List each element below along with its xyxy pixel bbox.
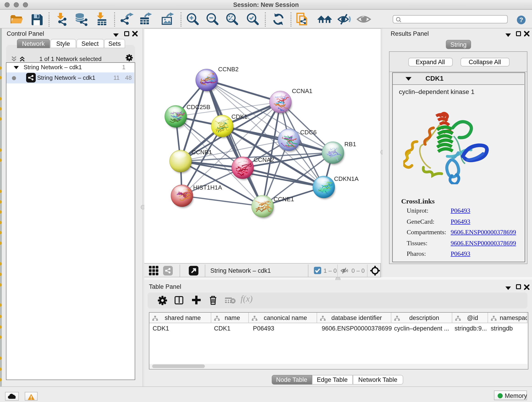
svg-text:RB1: RB1 [344,141,356,148]
svg-text:CDC25B: CDC25B [186,104,210,110]
svg-text:CCNA1: CCNA1 [292,88,312,95]
svg-text:CCNB2: CCNB2 [218,66,239,73]
svg-text:HIST1H1A: HIST1H1A [193,184,222,191]
svg-text:CCNA2: CCNA2 [254,156,274,163]
svg-text:CCNE1: CCNE1 [273,196,294,203]
svg-text:CDK1: CDK1 [231,113,247,120]
svg-text:CDC6: CDC6 [300,129,317,136]
svg-text:CCNB1: CCNB1 [191,149,212,156]
svg-text:CDKN1A: CDKN1A [334,175,359,182]
